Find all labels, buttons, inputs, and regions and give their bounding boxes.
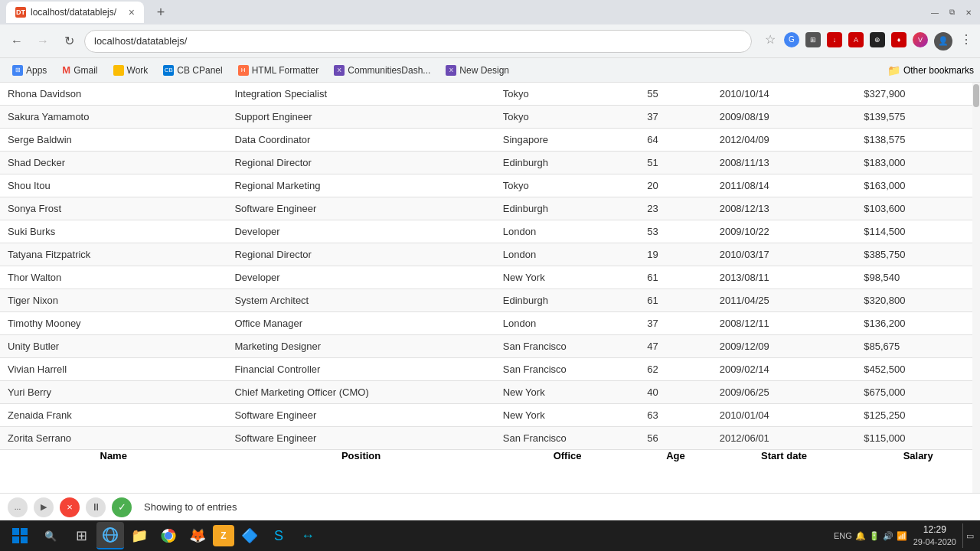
taskbar-app-browser[interactable] — [96, 522, 124, 549]
start-button[interactable] — [6, 522, 34, 549]
table-row: Tatyana Fitzpatrick Regional Director Lo… — [0, 243, 980, 266]
table-row: Tiger Nixon System Architect Edinburgh 6… — [0, 289, 980, 312]
back-button[interactable]: ← — [6, 31, 28, 52]
extension-icon-1[interactable]: G — [784, 32, 799, 47]
cell-age: 19 — [639, 243, 711, 266]
cell-name: Shad Decker — [0, 152, 227, 174]
address-bar[interactable]: localhost/datatablejs/ — [84, 30, 752, 53]
cell-start-date: 2009/06/25 — [712, 381, 857, 404]
cell-start-date: 2009/02/14 — [712, 358, 857, 381]
tab-close-button[interactable]: × — [129, 6, 135, 18]
cell-age: 56 — [639, 427, 711, 450]
pause-button[interactable]: ⏸ — [86, 497, 106, 517]
cell-salary: $385,750 — [856, 243, 980, 266]
cell-name: Zenaida Frank — [0, 404, 227, 427]
scrollbar-thumb[interactable] — [973, 84, 979, 107]
maximize-button[interactable]: ⧉ — [946, 7, 957, 18]
cell-age: 20 — [639, 174, 711, 197]
footer-controls: ... ▶ × ⏸ ✓ — [8, 497, 132, 517]
cell-name: Vivian Harrell — [0, 358, 227, 381]
browser-frame: DT localhost/datatablejs/ × + — ⧉ ✕ ← → … — [0, 0, 980, 551]
taskbar-app-firefox[interactable]: 🦊 — [184, 522, 211, 549]
col-header-office[interactable]: Office — [495, 450, 640, 462]
extension-icon-4[interactable]: A — [848, 32, 864, 47]
cell-position: Developer — [227, 266, 495, 289]
cell-age: 61 — [639, 289, 711, 312]
minimize-button[interactable]: — — [929, 7, 940, 18]
tab-title: localhost/datatablejs/ — [31, 7, 116, 18]
col-header-age[interactable]: Age — [639, 450, 711, 462]
vivaldi-icon[interactable]: V — [913, 32, 928, 47]
cell-age: 23 — [639, 197, 711, 220]
cell-start-date: 2008/12/11 — [712, 312, 857, 335]
table-row: Suki Burks Developer London 53 2009/10/2… — [0, 220, 980, 243]
refresh-button[interactable]: ↻ — [58, 31, 80, 52]
bookmark-new-design[interactable]: X New Design — [439, 64, 515, 77]
cell-office: Tokyo — [495, 106, 640, 129]
taskbar-app-skype[interactable]: S — [265, 522, 292, 549]
confirm-button[interactable]: ✓ — [112, 497, 132, 517]
cell-name: Sonya Frost — [0, 197, 227, 220]
extension-icon-5[interactable]: ⊕ — [870, 32, 885, 47]
cell-office: San Francisco — [495, 427, 640, 450]
col-header-position[interactable]: Position — [227, 450, 495, 462]
taskbar-search-button[interactable]: 🔍 — [37, 522, 64, 549]
bookmark-html-formatter[interactable]: H HTML Formatter — [232, 64, 325, 77]
cell-position: Integration Specialist — [227, 83, 495, 106]
extension-icon-2[interactable]: ⊞ — [805, 32, 821, 47]
bookmark-apps[interactable]: ⊞ Apps — [6, 64, 53, 77]
cell-salary: $85,675 — [856, 335, 980, 358]
cell-start-date: 2013/08/11 — [712, 266, 857, 289]
col-header-name[interactable]: Name — [0, 450, 227, 462]
taskbar-show-desktop[interactable]: ▭ — [962, 523, 974, 548]
browser-tab[interactable]: DT localhost/datatablejs/ × — [6, 2, 144, 23]
taskbar-app-unknown2[interactable]: 🔷 — [236, 522, 263, 549]
cell-office: London — [495, 220, 640, 243]
scrollbar[interactable] — [972, 83, 980, 493]
cell-name: Zorita Serrano — [0, 427, 227, 450]
bookmark-work[interactable]: Work — [107, 64, 155, 77]
col-header-start-date[interactable]: Start date — [712, 450, 857, 462]
taskbar-app-unknown1[interactable]: Z — [213, 525, 234, 546]
cell-position: Office Manager — [227, 312, 495, 335]
cell-name: Thor Walton — [0, 266, 227, 289]
close-window-button[interactable]: ✕ — [963, 7, 974, 18]
table-row: Shad Decker Regional Director Edinburgh … — [0, 152, 980, 174]
extension-icon-6[interactable]: ♦ — [891, 32, 906, 47]
more-button[interactable]: ... — [8, 497, 28, 517]
forward-button[interactable]: → — [32, 31, 54, 52]
bookmark-gmail[interactable]: M Gmail — [56, 63, 103, 77]
cell-start-date: 2012/04/09 — [712, 129, 857, 152]
cell-office: San Francisco — [495, 335, 640, 358]
taskbar-app-chrome[interactable] — [155, 522, 182, 549]
taskbar-app-cortana[interactable]: ⊞ — [67, 522, 95, 549]
taskbar-notification: 🔔 — [855, 531, 866, 541]
new-tab-button[interactable]: + — [150, 2, 172, 23]
bookmark-cb-cpanel[interactable]: CB CB CPanel — [157, 64, 228, 77]
extension-icon-3[interactable]: ↓ — [827, 32, 842, 47]
table-row: Timothy Mooney Office Manager London 37 … — [0, 312, 980, 335]
close-control-button[interactable]: × — [60, 497, 80, 517]
menu-icon[interactable]: ⋮ — [959, 32, 974, 47]
taskbar-network: 📶 — [897, 531, 907, 541]
cell-start-date: 2009/10/22 — [712, 220, 857, 243]
other-bookmarks[interactable]: 📁 Other bookmarks — [887, 64, 974, 77]
bookmark-communities[interactable]: X CommunitiesDash... — [328, 64, 436, 77]
cell-office: New York — [495, 404, 640, 427]
taskbar-app-unknown3[interactable]: ↔ — [294, 522, 322, 549]
cell-salary: $138,575 — [856, 129, 980, 152]
cell-position: Regional Marketing — [227, 174, 495, 197]
cell-start-date: 2010/10/14 — [712, 83, 857, 106]
cell-age: 55 — [639, 83, 711, 106]
video-button[interactable]: ▶ — [34, 497, 54, 517]
taskbar-right: ENG 🔔 🔋 🔊 📶 12:29 29-04-2020 ▭ — [834, 523, 974, 548]
cell-office: Singapore — [495, 129, 640, 152]
bookmark-star-icon[interactable]: ☆ — [763, 32, 778, 47]
cell-start-date: 2012/06/01 — [712, 427, 857, 450]
taskbar-app-files[interactable]: 📁 — [126, 522, 153, 549]
col-header-salary[interactable]: Salary — [856, 450, 980, 462]
taskbar-clock[interactable]: 12:29 29-04-2020 — [913, 523, 956, 548]
tab-favicon: DT — [15, 7, 26, 18]
profile-icon[interactable]: 👤 — [934, 32, 952, 51]
windows-logo — [12, 528, 28, 543]
